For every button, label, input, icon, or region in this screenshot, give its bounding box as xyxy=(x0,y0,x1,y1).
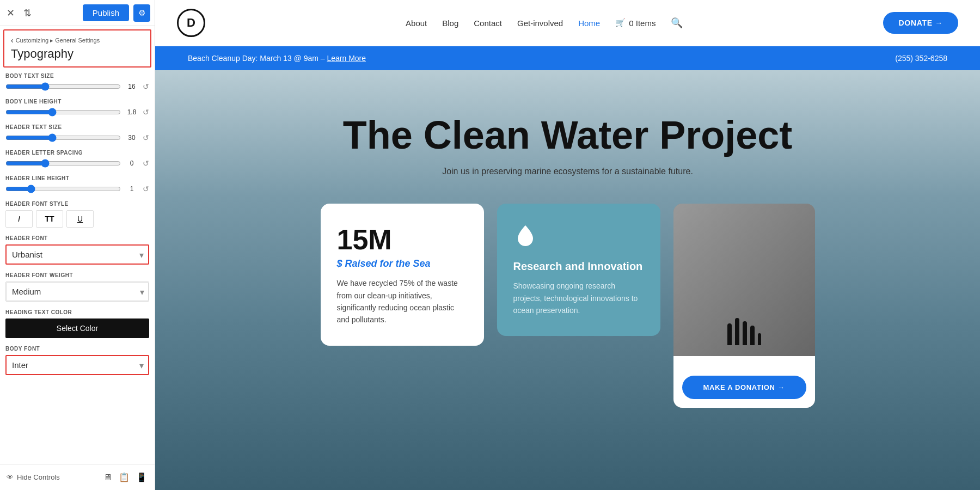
breadcrumb-area: ‹ Customizing ▸ General Settings Typogra… xyxy=(3,29,151,68)
header-line-height-group: HEADER LINE HEIGHT 1 ↺ xyxy=(5,175,149,193)
logo-area: D xyxy=(177,9,205,37)
nav-get-involved[interactable]: Get-involved xyxy=(517,19,563,28)
cards-row: 15M $ Raised for the Sea We have recycle… xyxy=(155,204,980,408)
nav-home[interactable]: Home xyxy=(578,19,600,28)
italic-button[interactable]: I xyxy=(5,210,33,228)
hero-section: The Clean Water Project Join us in prese… xyxy=(155,70,980,490)
announcement-text: Beach Cleanup Day: March 13 @ 9am – Lear… xyxy=(188,54,366,63)
nav-contact[interactable]: Contact xyxy=(474,19,502,28)
silhouettes xyxy=(727,318,761,345)
allcaps-button[interactable]: TT xyxy=(36,210,63,228)
header-font-weight-select-wrapper: Thin Light Regular Medium Bold Extra Bol… xyxy=(5,281,149,302)
body-line-height-value: 1.8 xyxy=(124,108,139,116)
silhouette-1 xyxy=(727,323,732,345)
site-logo: D xyxy=(177,9,205,37)
back-button[interactable]: ‹ xyxy=(11,36,16,45)
header-font-select[interactable]: Urbanist Inter Roboto Open Sans Lato xyxy=(7,246,148,264)
top-toolbar: ✕ ⇅ Publish ⚙ xyxy=(0,0,155,26)
donate-button[interactable]: DONATE → xyxy=(883,12,958,34)
close-button[interactable]: ✕ xyxy=(4,5,17,21)
header-font-style-group: HEADER FONT STYLE I TT U xyxy=(5,201,149,228)
card-img-footer: MAKE A DONATION → xyxy=(673,356,815,408)
bottom-bar: 👁 Hide Controls 🖥 📋 📱 xyxy=(0,464,155,490)
header-text-size-reset[interactable]: ↺ xyxy=(143,133,149,142)
header-font-label: HEADER FONT xyxy=(5,235,149,241)
header-text-size-slider[interactable] xyxy=(5,133,121,142)
heading-text-color-label: HEADING TEXT COLOR xyxy=(5,309,149,315)
body-font-label: BODY FONT xyxy=(5,346,149,352)
mobile-view-button[interactable]: 📱 xyxy=(135,471,148,483)
left-panel: ✕ ⇅ Publish ⚙ ‹ Customizing ▸ General Se… xyxy=(0,0,155,490)
cart-icon: 🛒 xyxy=(615,18,626,28)
cart-area[interactable]: 🛒 0 Items xyxy=(615,18,656,28)
body-line-height-reset[interactable]: ↺ xyxy=(143,108,149,117)
header-line-height-reset[interactable]: ↺ xyxy=(143,185,149,193)
header-line-height-slider[interactable] xyxy=(5,185,121,193)
publish-button[interactable]: Publish xyxy=(83,4,129,21)
card-research: Research and Innovation Showcasing ongoi… xyxy=(497,204,660,336)
hide-controls-button[interactable]: 👁 Hide Controls xyxy=(7,473,60,481)
header-letter-spacing-label: HEADER LETTER SPACING xyxy=(5,150,149,156)
header-text-size-label: HEADER TEXT SIZE xyxy=(5,124,149,130)
header-line-height-label: HEADER LINE HEIGHT xyxy=(5,175,149,181)
card-body-2: Showcasing ongoing research projects, te… xyxy=(513,280,644,316)
desktop-view-button[interactable]: 🖥 xyxy=(102,471,113,483)
make-donation-button[interactable]: MAKE A DONATION → xyxy=(682,376,806,399)
eye-icon: 👁 xyxy=(7,473,14,481)
header-letter-spacing-slider[interactable] xyxy=(5,159,121,168)
header-letter-spacing-reset[interactable]: ↺ xyxy=(143,159,149,168)
main-nav: About Blog Contact Get-involved Home 🛒 0… xyxy=(406,17,683,29)
header-font-group: HEADER FONT Urbanist Inter Roboto Open S… xyxy=(5,235,149,265)
header-letter-spacing-group: HEADER LETTER SPACING 0 ↺ xyxy=(5,150,149,168)
body-font-select-wrapper: Inter Urbanist Roboto Open Sans Lato ▾ xyxy=(5,355,149,375)
header-font-weight-select[interactable]: Thin Light Regular Medium Bold Extra Bol… xyxy=(6,282,149,301)
preview-area: D About Blog Contact Get-involved Home 🛒… xyxy=(155,0,980,490)
nav-right: DONATE → xyxy=(883,12,958,34)
section-title: Typography xyxy=(11,47,144,61)
card-heading: Research and Innovation xyxy=(513,259,644,273)
hero-image xyxy=(673,204,815,356)
header-letter-spacing-value: 0 xyxy=(124,160,139,167)
settings-button[interactable]: ⚙ xyxy=(133,4,150,22)
swap-button[interactable]: ⇅ xyxy=(21,5,34,21)
header-font-style-label: HEADER FONT STYLE xyxy=(5,201,149,207)
body-text-size-value: 16 xyxy=(124,83,139,90)
card-fundraising: 15M $ Raised for the Sea We have recycle… xyxy=(321,204,484,346)
body-text-size-reset[interactable]: ↺ xyxy=(143,82,149,91)
phone-number: (255) 352-6258 xyxy=(895,54,947,63)
water-drop-icon xyxy=(513,223,644,252)
view-icons: 🖥 📋 📱 xyxy=(102,471,148,483)
card-body: We have recycled 75% of the waste from o… xyxy=(337,277,468,326)
body-line-height-group: BODY LINE HEIGHT 1.8 ↺ xyxy=(5,99,149,117)
underline-button[interactable]: U xyxy=(66,210,94,228)
cart-count: 0 Items xyxy=(629,19,656,28)
site-header: D About Blog Contact Get-involved Home 🛒… xyxy=(155,0,980,46)
tablet-view-button[interactable]: 📋 xyxy=(118,471,131,483)
body-text-size-slider[interactable] xyxy=(5,82,121,91)
hero-subtitle: Join us in preserving marine ecosystems … xyxy=(442,167,693,176)
select-color-button[interactable]: Select Color xyxy=(5,318,149,338)
header-text-size-value: 30 xyxy=(124,134,139,142)
silhouette-dog xyxy=(758,333,761,345)
silhouette-2 xyxy=(735,318,739,345)
nav-about[interactable]: About xyxy=(406,19,427,28)
silhouette-4 xyxy=(750,326,755,345)
heading-text-color-group: HEADING TEXT COLOR Select Color xyxy=(5,309,149,338)
body-font-select[interactable]: Inter Urbanist Roboto Open Sans Lato xyxy=(7,356,148,374)
body-text-size-label: BODY TEXT SIZE xyxy=(5,73,149,79)
card-image: MAKE A DONATION → xyxy=(673,204,815,408)
controls-area: BODY TEXT SIZE 16 ↺ BODY LINE HEIGHT 1.8… xyxy=(0,68,155,464)
hero-title: The Clean Water Project xyxy=(343,114,793,157)
card-stat: 15M xyxy=(337,223,468,256)
header-font-weight-group: HEADER FONT WEIGHT Thin Light Regular Me… xyxy=(5,272,149,302)
body-line-height-slider[interactable] xyxy=(5,108,121,117)
header-text-size-group: HEADER TEXT SIZE 30 ↺ xyxy=(5,124,149,142)
body-font-group: BODY FONT Inter Urbanist Roboto Open San… xyxy=(5,346,149,375)
nav-blog[interactable]: Blog xyxy=(442,19,458,28)
search-button[interactable]: 🔍 xyxy=(671,17,683,29)
breadcrumb: Customizing ▸ General Settings xyxy=(16,37,100,44)
body-line-height-label: BODY LINE HEIGHT xyxy=(5,99,149,105)
announcement-bar: Beach Cleanup Day: March 13 @ 9am – Lear… xyxy=(155,46,980,70)
header-line-height-value: 1 xyxy=(124,185,139,193)
announcement-link[interactable]: Learn More xyxy=(327,54,366,63)
